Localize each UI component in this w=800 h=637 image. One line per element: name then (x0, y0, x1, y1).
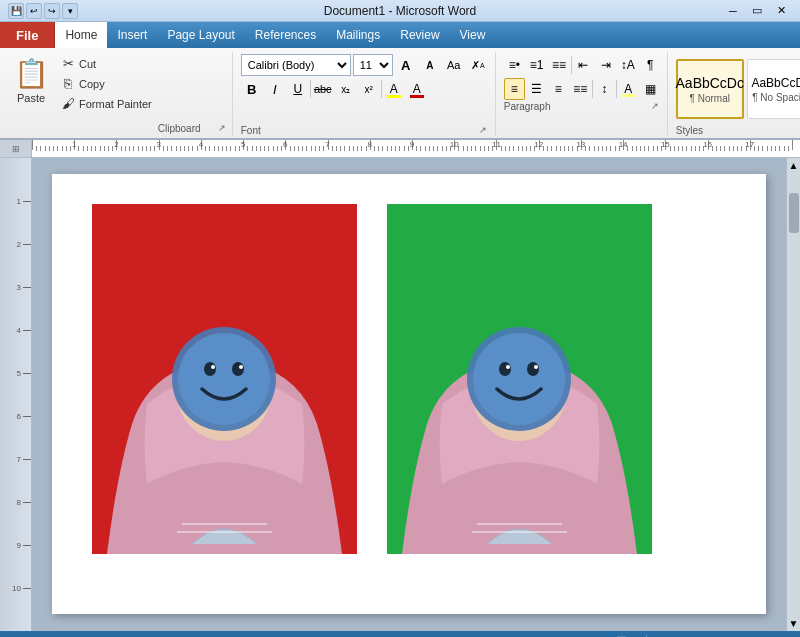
paragraph-expand-icon[interactable]: ↗ (649, 100, 661, 112)
font-color-button[interactable]: A (406, 78, 428, 100)
svg-point-13 (473, 333, 565, 425)
line-spacing-button[interactable]: ↕ (594, 78, 615, 100)
scroll-down-button[interactable]: ▼ (787, 616, 800, 631)
styles-group-footer: Styles ↗ (676, 124, 800, 136)
paragraph-group: ≡• ≡1 ≡≡ ⇤ ⇥ ↕A ¶ ≡ ☰ ≡ ≡≡ ↕ (498, 52, 668, 136)
quick-access-toolbar: 💾 ↩ ↪ ▾ (8, 3, 78, 19)
justify-button[interactable]: ≡≡ (570, 78, 591, 100)
vertical-scrollbar[interactable]: ▲ ▼ (786, 158, 800, 631)
window-controls: ─ ▭ ✕ (722, 2, 792, 20)
svg-point-4 (204, 362, 216, 376)
document-area: 12345678910 (0, 158, 800, 631)
cut-icon: ✂ (60, 56, 76, 71)
insert-tab[interactable]: Insert (107, 22, 157, 48)
status-bar: Page: 1 of 1 Words: 0 English (US) ⊡ ⊞ ⊟… (0, 631, 800, 637)
para-divider (571, 56, 572, 74)
ruler-corner[interactable]: ⊞ (0, 140, 32, 157)
copy-button[interactable]: ⎘ Copy (56, 74, 156, 93)
font-size-select[interactable]: 11 89101214 (353, 54, 393, 76)
ribbon: 📋 Paste ✂ Cut ⎘ Copy 🖌 Format Painter (0, 48, 800, 140)
svg-point-17 (534, 365, 538, 369)
scroll-up-button[interactable]: ▲ (787, 158, 800, 173)
redo-icon[interactable]: ↪ (44, 3, 60, 19)
undo-icon[interactable]: ↩ (26, 3, 42, 19)
customize-icon[interactable]: ▾ (62, 3, 78, 19)
align-center-button[interactable]: ☰ (526, 78, 547, 100)
sort-button[interactable]: ↕A (617, 54, 638, 76)
clipboard-right: ✂ Cut ⎘ Copy 🖌 Format Painter (56, 52, 156, 136)
font-name-select[interactable]: Calibri (Body) (241, 54, 351, 76)
style-normal-preview: AaBbCcDc (676, 75, 744, 91)
divider2 (381, 80, 382, 98)
font-group-content: Calibri (Body) 11 89101214 A A Aa ✗A B I… (241, 54, 489, 124)
page-layout-tab[interactable]: Page Layout (157, 22, 244, 48)
svg-point-6 (211, 365, 215, 369)
font-expand-icon[interactable]: ↗ (477, 124, 489, 136)
photo-red-bg (92, 204, 357, 554)
paste-button[interactable]: 📋 Paste (6, 52, 56, 106)
svg-point-3 (178, 333, 270, 425)
file-menu-button[interactable]: File (0, 22, 55, 48)
home-tab[interactable]: Home (55, 22, 107, 48)
vertical-ruler: 12345678910 (0, 158, 32, 631)
ruler-main: 1234567891011121314151617 (32, 140, 800, 157)
borders-button[interactable]: ▦ (640, 78, 661, 100)
para-row2: ≡ ☰ ≡ ≡≡ ↕ A ▦ (504, 78, 661, 100)
format-painter-icon: 🖌 (60, 96, 76, 111)
menu-bar: File Home Insert Page Layout References … (0, 22, 800, 48)
shrink-font-button[interactable]: A (419, 54, 441, 76)
text-highlight-button[interactable]: A (383, 78, 405, 100)
align-right-button[interactable]: ≡ (548, 78, 569, 100)
para-row1: ≡• ≡1 ≡≡ ⇤ ⇥ ↕A ¶ (504, 54, 661, 76)
format-painter-button[interactable]: 🖌 Format Painter (56, 94, 156, 113)
copy-icon: ⎘ (60, 76, 76, 91)
multilevel-button[interactable]: ≡≡ (548, 54, 569, 76)
show-formatting-button[interactable]: ¶ (640, 54, 661, 76)
clipboard-expand-icon[interactable]: ↗ (216, 122, 228, 134)
person-figure-1 (92, 204, 357, 554)
style-normal-button[interactable]: AaBbCcDc ¶ Normal (676, 59, 744, 119)
document-images (92, 204, 726, 554)
shading-button[interactable]: A (618, 78, 639, 100)
decrease-indent-button[interactable]: ⇤ (573, 54, 594, 76)
superscript-button[interactable]: x² (358, 78, 380, 100)
italic-button[interactable]: I (264, 78, 286, 100)
style-no-spacing-button[interactable]: AaBbCcDc ¶ No Spaci... (747, 59, 800, 119)
strikethrough-button[interactable]: abc (312, 78, 334, 100)
svg-point-15 (527, 362, 539, 376)
align-left-button[interactable]: ≡ (504, 78, 525, 100)
clear-formatting-button[interactable]: ✗A (467, 54, 489, 76)
increase-indent-button[interactable]: ⇥ (595, 54, 616, 76)
review-tab[interactable]: Review (390, 22, 449, 48)
font-group: Calibri (Body) 11 89101214 A A Aa ✗A B I… (235, 52, 496, 136)
subscript-button[interactable]: x₂ (335, 78, 357, 100)
para-divider3 (616, 80, 617, 98)
title-bar: 💾 ↩ ↪ ▾ Document1 - Microsoft Word ─ ▭ ✕ (0, 0, 800, 22)
save-icon[interactable]: 💾 (8, 3, 24, 19)
para-divider2 (592, 80, 593, 98)
cut-button[interactable]: ✂ Cut (56, 54, 156, 73)
ruler-corner-marker: ⊞ (0, 140, 31, 157)
scroll-thumb[interactable] (789, 193, 799, 233)
change-case-button[interactable]: Aa (443, 54, 465, 76)
font-row2: B I U abc x₂ x² A A (241, 78, 428, 100)
minimize-button[interactable]: ─ (722, 2, 744, 20)
clipboard-group-footer: Clipboard ↗ (158, 122, 228, 134)
restore-button[interactable]: ▭ (746, 2, 768, 20)
view-tab[interactable]: View (450, 22, 496, 48)
divider (310, 80, 311, 98)
document-scroll[interactable] (32, 158, 786, 631)
highlight-color-indicator (387, 95, 401, 98)
paste-label: Paste (17, 92, 45, 104)
title-bar-left: 💾 ↩ ↪ ▾ (8, 3, 78, 19)
close-button[interactable]: ✕ (770, 2, 792, 20)
styles-group: AaBbCcDc ¶ Normal AaBbCcDc ¶ No Spaci...… (670, 52, 800, 136)
bold-button[interactable]: B (241, 78, 263, 100)
grow-font-button[interactable]: A (395, 54, 417, 76)
underline-button[interactable]: U (287, 78, 309, 100)
bullets-button[interactable]: ≡• (504, 54, 525, 76)
mailings-tab[interactable]: Mailings (326, 22, 390, 48)
references-tab[interactable]: References (245, 22, 326, 48)
horizontal-ruler: ⊞ 1234567891011121314151617 (0, 140, 800, 158)
numbering-button[interactable]: ≡1 (526, 54, 547, 76)
